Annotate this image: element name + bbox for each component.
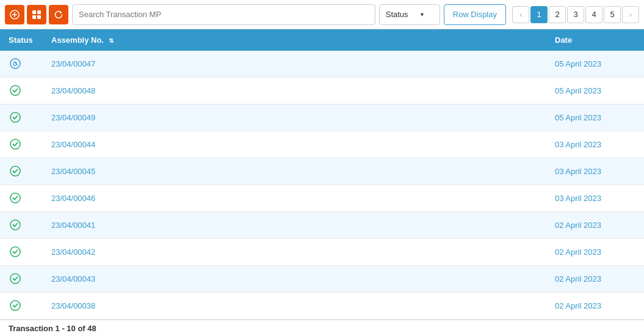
- date-cell: 03 April 2023: [546, 158, 644, 185]
- assembly-no-cell[interactable]: 23/04/00045: [43, 158, 546, 185]
- svg-point-7: [10, 59, 20, 68]
- check-icon: [9, 191, 22, 205]
- table-row[interactable]: 23/04/0004603 April 2023: [0, 185, 644, 212]
- table-row[interactable]: 23/04/0004705 April 2023: [0, 51, 644, 78]
- assembly-no-cell[interactable]: 23/04/00049: [43, 104, 546, 131]
- svg-point-13: [10, 193, 20, 203]
- row-display-button[interactable]: Row Display: [444, 4, 506, 25]
- table-body: 23/04/0004705 April 2023 23/04/0004805 A…: [0, 51, 644, 320]
- pagination: ‹ 1 2 3 4 5 ›: [512, 6, 639, 23]
- status-cell: [0, 212, 43, 239]
- page-3-button[interactable]: 3: [567, 6, 584, 23]
- check-icon: [9, 245, 22, 258]
- assembly-no-cell[interactable]: 23/04/00038: [43, 293, 546, 320]
- svg-rect-5: [32, 15, 36, 19]
- status-cell: [0, 104, 43, 131]
- check-icon: [9, 84, 22, 97]
- check-icon: [9, 272, 22, 285]
- toolbar-icons: [5, 5, 68, 24]
- col-date: Date: [546, 29, 644, 51]
- svg-point-17: [10, 301, 20, 310]
- status-cell: [0, 78, 43, 104]
- date-cell: 03 April 2023: [546, 131, 644, 158]
- status-dropdown[interactable]: Status ▾: [379, 4, 440, 25]
- svg-point-16: [10, 274, 20, 284]
- status-cell: [0, 266, 43, 293]
- add-button[interactable]: [5, 5, 24, 24]
- check-icon: [9, 218, 22, 232]
- sort-icon: ⇅: [109, 37, 114, 44]
- date-cell: 03 April 2023: [546, 185, 644, 212]
- table-row[interactable]: 23/04/0004302 April 2023: [0, 266, 644, 293]
- assembly-no-cell[interactable]: 23/04/00044: [43, 131, 546, 158]
- check-icon: [9, 299, 22, 312]
- date-cell: 02 April 2023: [546, 212, 644, 239]
- svg-rect-6: [37, 15, 41, 19]
- status-cell: [0, 185, 43, 212]
- assembly-no-cell[interactable]: 23/04/00041: [43, 212, 546, 239]
- check-icon: [9, 137, 22, 151]
- table-container: Status Assembly No. ⇅ Date 23/04/0004705…: [0, 29, 644, 320]
- table-row[interactable]: 23/04/0004102 April 2023: [0, 212, 644, 239]
- assembly-no-cell[interactable]: 23/04/00048: [43, 78, 546, 104]
- transactions-table: Status Assembly No. ⇅ Date 23/04/0004705…: [0, 29, 644, 320]
- prev-page-button[interactable]: ‹: [512, 6, 529, 23]
- assembly-no-cell[interactable]: 23/04/00043: [43, 266, 546, 293]
- svg-point-9: [10, 86, 20, 95]
- svg-point-10: [10, 112, 20, 122]
- grid-button[interactable]: [27, 5, 46, 24]
- date-cell: 02 April 2023: [546, 239, 644, 266]
- status-cell: [0, 51, 43, 78]
- table-row[interactable]: 23/04/0004905 April 2023: [0, 104, 644, 131]
- search-input[interactable]: [72, 4, 375, 25]
- col-status: Status: [0, 29, 43, 51]
- refresh-button[interactable]: [49, 5, 68, 24]
- table-header-row: Status Assembly No. ⇅ Date: [0, 29, 644, 51]
- table-row[interactable]: 23/04/0003802 April 2023: [0, 293, 644, 320]
- page-1-button[interactable]: 1: [530, 6, 548, 23]
- svg-point-14: [10, 220, 20, 230]
- assembly-no-cell[interactable]: 23/04/00047: [43, 51, 546, 78]
- assembly-no-cell[interactable]: 23/04/00042: [43, 239, 546, 266]
- table-row[interactable]: 23/04/0004202 April 2023: [0, 239, 644, 266]
- check-icon: [9, 164, 22, 178]
- svg-point-15: [10, 247, 20, 257]
- status-cell: [0, 131, 43, 158]
- footer-bar: Transaction 1 - 10 of 48: [0, 320, 644, 333]
- page-2-button[interactable]: 2: [549, 6, 566, 23]
- svg-point-12: [10, 166, 20, 176]
- assembly-no-cell[interactable]: 23/04/00046: [43, 185, 546, 212]
- pagination-summary: Transaction 1 - 10 of 48: [9, 324, 96, 333]
- toolbar: Status ▾ Row Display ‹ 1 2 3 4 5 ›: [0, 0, 644, 29]
- table-row[interactable]: 23/04/0004503 April 2023: [0, 158, 644, 185]
- svg-point-11: [10, 139, 20, 149]
- page-4-button[interactable]: 4: [585, 6, 602, 23]
- svg-rect-4: [37, 10, 41, 14]
- date-cell: 05 April 2023: [546, 104, 644, 131]
- check-icon: [9, 111, 22, 124]
- date-cell: 02 April 2023: [546, 266, 644, 293]
- status-cell: [0, 293, 43, 320]
- table-row[interactable]: 23/04/0004403 April 2023: [0, 131, 644, 158]
- status-cell: [0, 158, 43, 185]
- edit-icon: [9, 57, 22, 70]
- date-cell: 05 April 2023: [546, 78, 644, 104]
- date-cell: 02 April 2023: [546, 293, 644, 320]
- next-page-button[interactable]: ›: [622, 6, 639, 23]
- svg-rect-3: [32, 10, 36, 14]
- date-cell: 05 April 2023: [546, 51, 644, 78]
- table-row[interactable]: 23/04/0004805 April 2023: [0, 78, 644, 104]
- col-assembly-no[interactable]: Assembly No. ⇅: [43, 29, 546, 51]
- page-5-button[interactable]: 5: [604, 6, 621, 23]
- chevron-down-icon: ▾: [421, 11, 424, 18]
- status-cell: [0, 239, 43, 266]
